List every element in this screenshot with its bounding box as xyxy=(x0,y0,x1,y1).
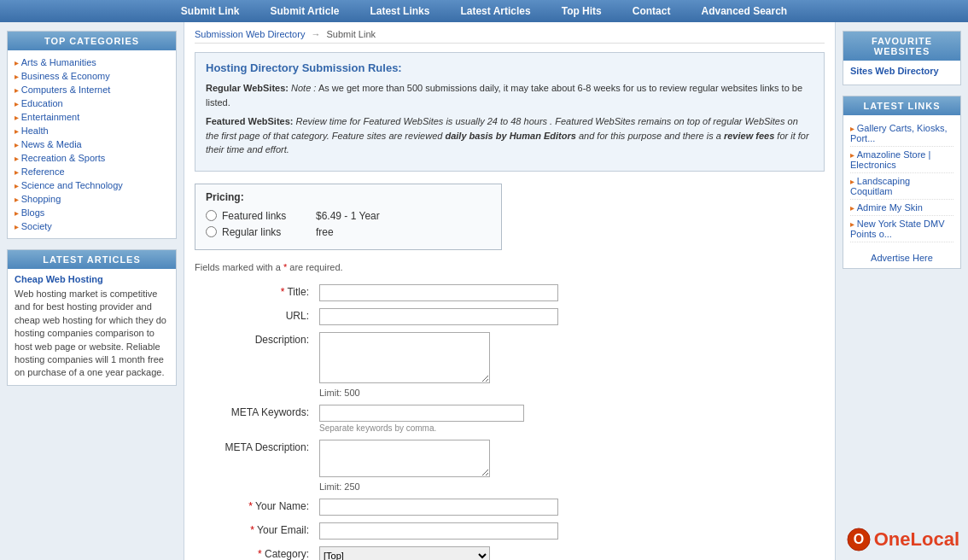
latest-link-4[interactable]: Admire My Skin xyxy=(850,200,953,216)
cat-health[interactable]: Health xyxy=(15,124,169,137)
your-name-input[interactable] xyxy=(319,499,558,516)
breadcrumb-sep: → xyxy=(311,29,320,39)
cat-reference[interactable]: Reference xyxy=(15,165,169,178)
top-categories-title: TOP CATEGORIES xyxy=(8,32,176,50)
latest-links-box: LATEST LINKS Gallery Carts, Kiosks, Port… xyxy=(843,96,961,269)
category-row: * Category: [Top] xyxy=(195,543,825,561)
onelocal-branding: O OneLocal xyxy=(847,528,959,551)
title-label: * Title: xyxy=(195,281,314,305)
article-body: Web hosting market is competitive and fo… xyxy=(15,289,166,377)
meta-kw-input[interactable] xyxy=(319,405,524,422)
cat-education[interactable]: Education xyxy=(15,96,169,110)
url-row: URL: xyxy=(195,305,825,329)
cat-shopping[interactable]: Shopping xyxy=(15,192,169,206)
regular-websites-rule: Regular WebSites: Note : As we get more … xyxy=(206,81,813,109)
featured-pricing-row: Featured links $6.49 - 1 Year xyxy=(206,210,491,222)
cat-arts[interactable]: Arts & Humanities xyxy=(15,55,169,69)
description-row: Description: Limit: 500 xyxy=(195,329,825,401)
nav-latest-links[interactable]: Latest Links xyxy=(354,2,445,20)
your-name-row: * Your Name: xyxy=(195,495,825,519)
rules-box: Hosting Directory Submission Rules: Regu… xyxy=(195,52,825,172)
description-limit: Limit: 500 xyxy=(319,388,819,398)
your-email-input[interactable] xyxy=(319,522,558,540)
article-title-link[interactable]: Cheap Web Hosting xyxy=(15,274,169,284)
nav-top-hits[interactable]: Top Hits xyxy=(546,2,617,20)
meta-desc-row: META Description: Limit: 250 xyxy=(195,436,825,495)
featured-radio[interactable] xyxy=(206,210,217,221)
breadcrumb-current: Submit Link xyxy=(327,29,376,39)
regular-note: Note : xyxy=(291,83,316,93)
onelocal-text: OneLocal xyxy=(874,528,959,551)
favourite-websites-content: Sites Web Directory xyxy=(843,61,960,85)
right-sidebar: FAVOURITE WEBSITES Sites Web Directory L… xyxy=(836,22,968,560)
advertise-here-link[interactable]: Advertise Here xyxy=(843,248,960,268)
review-fees: review fees xyxy=(724,131,774,141)
regular-pricing-row: Regular links free xyxy=(206,226,491,238)
meta-desc-limit: Limit: 250 xyxy=(319,481,819,492)
category-select[interactable]: [Top] xyxy=(319,546,490,561)
meta-kw-row: META Keywords: Separate keywords by comm… xyxy=(195,401,825,436)
left-sidebar: TOP CATEGORIES Arts & Humanities Busines… xyxy=(0,22,184,560)
cat-entertainment[interactable]: Entertainment xyxy=(15,110,169,124)
nav-submit-article[interactable]: Submit Article xyxy=(254,2,354,20)
nav-submit-link[interactable]: Submit Link xyxy=(166,2,255,20)
latest-links-title: LATEST LINKS xyxy=(843,96,960,115)
cat-science[interactable]: Science and Technology xyxy=(15,178,169,192)
submission-form: * Title: URL: Description: xyxy=(195,281,825,561)
meta-desc-input[interactable] xyxy=(319,440,490,477)
latest-links-content: Gallery Carts, Kiosks, Port... Amazoline… xyxy=(843,115,960,248)
cat-society[interactable]: Society xyxy=(15,219,169,233)
sites-web-directory-link[interactable]: Sites Web Directory xyxy=(850,66,953,76)
regular-label: Regular WebSites: xyxy=(206,83,289,93)
category-label: * Category: xyxy=(195,543,314,561)
favourite-websites-box: FAVOURITE WEBSITES Sites Web Directory xyxy=(843,31,961,85)
regular-price: free xyxy=(316,226,334,238)
nav-latest-articles[interactable]: Latest Articles xyxy=(445,2,545,20)
latest-link-3[interactable]: Landscaping Coquitlam xyxy=(850,173,953,200)
pricing-box: Pricing: Featured links $6.49 - 1 Year R… xyxy=(195,184,502,250)
description-input[interactable] xyxy=(319,332,490,383)
latest-link-5[interactable]: New York State DMV Points o... xyxy=(850,216,953,242)
latest-articles-title: LATEST ARTICLES xyxy=(8,250,176,269)
cat-computers[interactable]: Computers & Internet xyxy=(15,83,169,96)
url-label: URL: xyxy=(195,305,314,329)
your-email-row: * Your Email: xyxy=(195,519,825,543)
url-input[interactable] xyxy=(319,308,558,325)
cat-recreation[interactable]: Recreation & Sports xyxy=(15,151,169,165)
your-name-label: * Your Name: xyxy=(195,495,314,519)
svg-text:O: O xyxy=(854,532,864,546)
regular-radio[interactable] xyxy=(206,226,217,237)
top-categories-content: Arts & Humanities Business & Economy Com… xyxy=(8,50,176,238)
cat-blogs[interactable]: Blogs xyxy=(15,206,169,219)
top-categories-box: TOP CATEGORIES Arts & Humanities Busines… xyxy=(7,31,177,239)
onelocal-one: One xyxy=(874,528,911,550)
featured-price: $6.49 - 1 Year xyxy=(316,210,380,222)
nav-advanced-search[interactable]: Advanced Search xyxy=(685,2,802,20)
favourite-websites-title: FAVOURITE WEBSITES xyxy=(843,32,960,61)
featured-bold: daily basis by Human Editors xyxy=(445,131,575,141)
breadcrumb: Submission Web Directory → Submit Link xyxy=(195,29,825,44)
center-content: Submission Web Directory → Submit Link H… xyxy=(184,22,836,560)
title-row: * Title: xyxy=(195,281,825,305)
regular-link-label: Regular links xyxy=(222,226,316,238)
latest-articles-content: Cheap Web Hosting Web hosting market is … xyxy=(8,269,176,385)
title-input[interactable] xyxy=(319,284,558,301)
your-email-label: * Your Email: xyxy=(195,519,314,543)
cat-news[interactable]: News & Media xyxy=(15,137,169,151)
onelocal-icon: O xyxy=(847,528,871,551)
nav-contact[interactable]: Contact xyxy=(617,2,686,20)
required-star: * xyxy=(283,262,287,272)
featured-websites-rule: Featured WebSites: Review time for Featu… xyxy=(206,114,813,157)
latest-link-1[interactable]: Gallery Carts, Kiosks, Port... xyxy=(850,120,953,147)
rules-title: Hosting Directory Submission Rules: xyxy=(206,61,813,74)
pricing-title: Pricing: xyxy=(206,191,491,203)
breadcrumb-home[interactable]: Submission Web Directory xyxy=(195,29,305,39)
meta-desc-label: META Description: xyxy=(195,436,314,495)
featured-link-label: Featured links xyxy=(222,210,316,222)
featured-label: Featured WebSites: xyxy=(206,116,294,126)
meta-kw-hint: Separate keywords by comma. xyxy=(319,423,819,433)
meta-kw-label: META Keywords: xyxy=(195,401,314,436)
latest-link-2[interactable]: Amazoline Store | Electronics xyxy=(850,147,953,173)
cat-business[interactable]: Business & Economy xyxy=(15,69,169,83)
latest-articles-box: LATEST ARTICLES Cheap Web Hosting Web ho… xyxy=(7,249,177,386)
